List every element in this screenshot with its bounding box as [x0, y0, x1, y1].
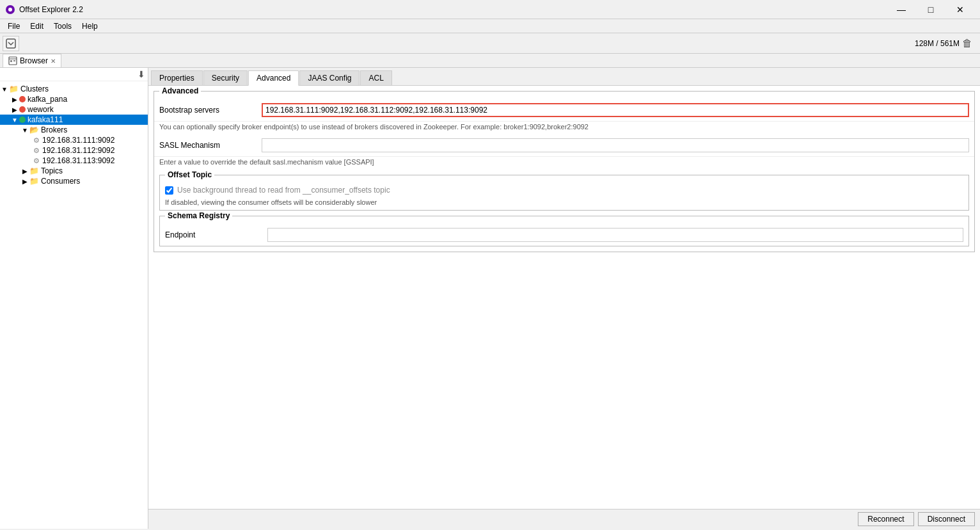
sasl-mechanism-note: Enter a value to override the default sa… [154, 157, 974, 170]
title-bar: Offset Explorer 2.2 — □ ✕ [0, 0, 980, 19]
sasl-mechanism-input[interactable] [262, 138, 969, 152]
bottom-bar: Reconnect Disconnect [148, 509, 980, 529]
schema-registry-title: Schema Registry [165, 211, 232, 220]
browser-tab-close-icon[interactable]: ✕ [51, 58, 56, 65]
app-title: Offset Explorer 2.2 [19, 5, 83, 14]
tree-wework[interactable]: ▶ wework [0, 104, 148, 115]
tree-broker-2[interactable]: ⚙ 192.168.31.112:9092 [0, 145, 148, 156]
bootstrap-servers-note: You can optionally specify broker endpoi… [154, 122, 974, 134]
wework-status-dot [19, 106, 26, 113]
consumers-toggle: ▶ [20, 178, 29, 185]
advanced-group-box: Advanced Bootstrap servers You can optio… [154, 91, 975, 252]
close-button[interactable]: ✕ [945, 0, 975, 19]
tab-advanced[interactable]: Advanced [248, 70, 299, 86]
svg-rect-2 [6, 39, 15, 48]
wework-label: wework [28, 105, 54, 114]
topics-toggle: ▶ [20, 168, 29, 175]
consumers-folder-icon: 📁 [29, 177, 39, 186]
tree: ▼ 📁 Clusters ▶ kafka_pana ▶ wework ▼ kaf… [0, 81, 148, 189]
right-panel: Properties Security Advanced JAAS Config… [148, 68, 980, 529]
offset-topic-note: If disabled, viewing the consumer offset… [160, 197, 968, 210]
topics-label: Topics [41, 166, 63, 175]
clusters-label: Clusters [20, 84, 49, 93]
content-panel: Advanced Bootstrap servers You can optio… [148, 86, 980, 509]
minimize-button[interactable]: — [887, 0, 916, 19]
schema-registry-group: Schema Registry Endpoint [159, 216, 969, 246]
reconnect-button[interactable]: Reconnect [858, 512, 913, 526]
tree-broker-3[interactable]: ⚙ 192.168.31.113:9092 [0, 156, 148, 166]
menu-bar: File Edit Tools Help [0, 19, 980, 33]
browser-tab-label: Browser [20, 56, 48, 65]
tree-broker-1[interactable]: ⚙ 192.168.31.111:9092 [0, 135, 148, 145]
advanced-group-title: Advanced [159, 86, 201, 95]
kafka-pana-label: kafka_pana [28, 95, 67, 104]
offset-topic-group: Offset Topic Use background thread to re… [159, 175, 969, 211]
menu-edit[interactable]: Edit [25, 20, 49, 32]
offset-topic-checkbox-row: Use background thread to read from __con… [160, 183, 968, 197]
bootstrap-servers-label: Bootstrap servers [159, 106, 262, 115]
tab-properties[interactable]: Properties [151, 70, 203, 85]
kafka-pana-status-dot [19, 96, 26, 102]
tab-security[interactable]: Security [203, 70, 248, 85]
tab-acl[interactable]: ACL [360, 70, 391, 85]
broker2-icon: ⚙ [33, 147, 40, 155]
kafaka111-status-dot [19, 116, 26, 123]
sidebar-header: ⬇ [0, 68, 148, 81]
tree-clusters[interactable]: ▼ 📁 Clusters [0, 84, 148, 94]
svg-rect-3 [9, 57, 17, 65]
bootstrap-servers-row: Bootstrap servers [154, 99, 974, 122]
menu-help[interactable]: Help [77, 20, 103, 32]
browser-tab[interactable]: Browser ✕ [3, 54, 61, 67]
brokers-toggle: ▼ [20, 127, 29, 134]
toolbar-action-button[interactable] [3, 36, 19, 51]
bootstrap-servers-input[interactable] [262, 103, 969, 117]
toolbar: 128M / 561M 🗑 [0, 33, 980, 54]
tree-consumers[interactable]: ▶ 📁 Consumers [0, 176, 148, 186]
tab-bar: Properties Security Advanced JAAS Config… [148, 68, 980, 86]
browser-tab-icon [8, 56, 17, 65]
kafaka111-toggle: ▼ [10, 116, 19, 124]
svg-rect-6 [13, 60, 15, 61]
tree-topics[interactable]: ▶ 📁 Topics [0, 166, 148, 176]
schema-endpoint-input[interactable] [267, 228, 963, 242]
schema-endpoint-label: Endpoint [165, 230, 267, 239]
memory-label: 128M / 561M [915, 39, 960, 48]
main-area: ⬇ ▼ 📁 Clusters ▶ kafka_pana ▶ wework [0, 68, 980, 529]
sasl-mechanism-label: SASL Mechanism [159, 141, 262, 150]
sidebar: ⬇ ▼ 📁 Clusters ▶ kafka_pana ▶ wework [0, 68, 148, 529]
broker1-icon: ⚙ [33, 136, 40, 145]
menu-tools[interactable]: Tools [49, 20, 77, 32]
browser-tab-bar: Browser ✕ [0, 54, 980, 68]
menu-file[interactable]: File [3, 20, 25, 32]
svg-point-1 [8, 8, 12, 12]
svg-rect-5 [10, 60, 12, 62]
consumers-label: Consumers [41, 177, 80, 186]
kafaka111-label: kafaka111 [28, 115, 63, 124]
trash-icon[interactable]: 🗑 [962, 38, 972, 49]
sasl-mechanism-row: SASL Mechanism [154, 134, 974, 157]
wework-toggle: ▶ [10, 106, 19, 113]
broker2-label: 192.168.31.112:9092 [42, 146, 115, 155]
app-icon [5, 4, 15, 15]
offset-topic-checkbox[interactable] [165, 186, 173, 195]
broker3-label: 192.168.31.113:9092 [42, 156, 115, 165]
tree-kafaka111[interactable]: ▼ kafaka111 [0, 115, 148, 125]
kafka-pana-toggle: ▶ [10, 96, 19, 103]
disconnect-button[interactable]: Disconnect [918, 512, 975, 526]
maximize-button[interactable]: □ [916, 0, 945, 19]
clusters-toggle: ▼ [0, 86, 9, 93]
window-controls: — □ ✕ [887, 0, 975, 19]
sidebar-refresh-icon[interactable]: ⬇ [138, 69, 145, 79]
brokers-label: Brokers [41, 125, 67, 134]
topics-folder-icon: 📁 [29, 166, 39, 175]
tree-brokers[interactable]: ▼ 📂 Brokers [0, 125, 148, 135]
offset-topic-checkbox-label: Use background thread to read from __con… [177, 186, 390, 195]
tree-kafka-pana[interactable]: ▶ kafka_pana [0, 94, 148, 104]
tab-jaas-config[interactable]: JAAS Config [299, 70, 360, 85]
memory-info: 128M / 561M 🗑 [915, 38, 977, 49]
clusters-folder-icon: 📁 [9, 84, 19, 93]
offset-topic-title: Offset Topic [165, 170, 214, 179]
schema-endpoint-row: Endpoint [160, 224, 968, 246]
broker1-label: 192.168.31.111:9092 [42, 136, 115, 145]
broker3-icon: ⚙ [33, 157, 40, 165]
